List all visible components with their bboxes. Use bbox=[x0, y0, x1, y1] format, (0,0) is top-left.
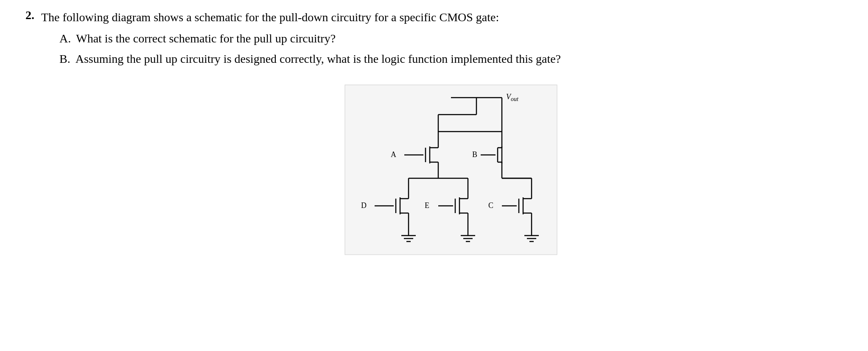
label-c: C bbox=[488, 201, 493, 210]
label-b: B bbox=[472, 150, 477, 159]
sub-b-label: B. bbox=[59, 50, 70, 68]
circuit-diagram: Vout A B D E C bbox=[341, 81, 561, 259]
question-text: The following diagram shows a schematic … bbox=[41, 8, 499, 26]
sub-a-label: A. bbox=[59, 30, 71, 48]
question-header: 2. The following diagram shows a schemat… bbox=[25, 8, 843, 26]
svg-rect-0 bbox=[345, 85, 557, 255]
sub-a-text: What is the correct schematic for the pu… bbox=[76, 30, 336, 48]
label-e: E bbox=[425, 201, 429, 210]
sub-b-text: Assuming the pull up circuitry is design… bbox=[76, 50, 561, 68]
question-number: 2. bbox=[25, 8, 34, 26]
sub-questions: A. What is the correct schematic for the… bbox=[59, 30, 843, 68]
sub-question-a: A. What is the correct schematic for the… bbox=[59, 30, 843, 48]
question-block: 2. The following diagram shows a schemat… bbox=[25, 8, 843, 259]
sub-question-b: B. Assuming the pull up circuitry is des… bbox=[59, 50, 843, 68]
label-a: A bbox=[391, 150, 396, 159]
label-d: D bbox=[361, 201, 367, 210]
circuit-diagram-container: Vout A B D E C bbox=[59, 81, 843, 259]
